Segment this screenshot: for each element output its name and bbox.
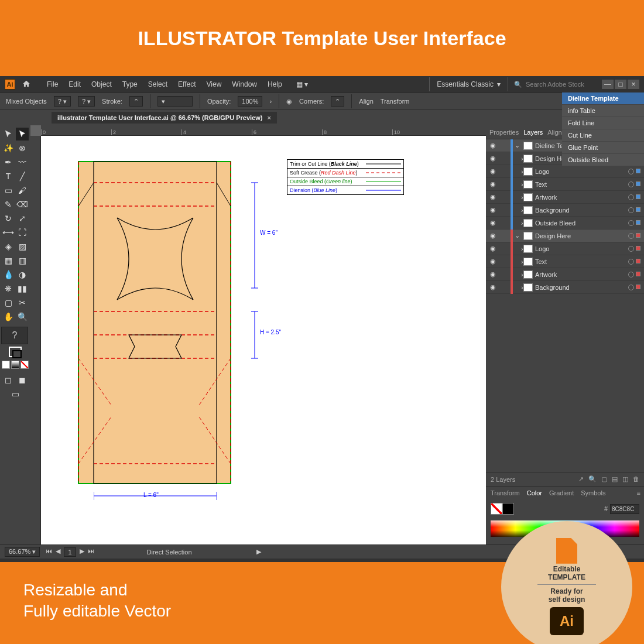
artboard[interactable]: W = 6" H = 2.5" L = 6" Trim or Cut Line … [41,136,486,544]
mesh-tool[interactable]: ▦ [2,254,15,267]
dd-dieline[interactable]: Dieline Template [562,93,644,105]
layer-row[interactable]: ◉›Artwork [486,268,644,281]
home-icon[interactable] [22,80,30,90]
select-indicator[interactable] [636,259,640,263]
lasso-tool[interactable]: ⊗ [16,142,29,155]
recolor-icon[interactable]: ◉ [286,98,292,105]
tab-transform[interactable]: Transform [491,489,520,496]
target-icon[interactable] [628,220,634,226]
layer-row[interactable]: ◉›Outside Bleed [486,217,644,229]
magic-wand-tool[interactable]: ✨ [2,142,15,155]
zoom-level[interactable]: 66.67% ▾ [5,547,40,557]
dd-info[interactable]: info Table [562,105,644,117]
target-icon[interactable] [628,181,634,187]
visibility-toggle[interactable]: ◉ [486,283,500,291]
expand-icon[interactable]: ⌄ [513,232,521,239]
visibility-toggle[interactable]: ◉ [486,155,500,162]
clip-mask-icon[interactable]: ▢ [601,475,607,483]
layer-row[interactable]: ◉›Background [486,281,644,294]
visibility-toggle[interactable]: ◉ [486,258,500,265]
visibility-toggle[interactable]: ◉ [486,142,500,149]
shape-builder-tool[interactable]: ◈ [2,240,15,253]
line-tool[interactable]: ╱ [16,170,29,183]
tab-properties[interactable]: Properties [489,129,519,136]
layer-row[interactable]: ◉›Logo [486,165,644,178]
first-artboard-icon[interactable]: ⏮ [46,547,52,557]
new-layer-icon[interactable]: ◫ [622,475,628,483]
opacity-input[interactable]: 100% [238,96,262,107]
tab-gradient[interactable]: Gradient [549,489,574,496]
new-sublayer-icon[interactable]: ▤ [612,475,618,483]
gradient-tool[interactable]: ▥ [16,254,29,267]
arrange-icon[interactable]: ▦ ▾ [296,80,308,88]
visibility-toggle[interactable]: ◉ [486,232,500,239]
menu-edit[interactable]: Edit [68,80,81,88]
target-icon[interactable] [628,285,634,290]
visibility-toggle[interactable]: ◉ [486,167,500,175]
select-indicator[interactable] [636,285,640,289]
artboard-number[interactable]: 1 [64,547,76,557]
tab-symbols[interactable]: Symbols [581,489,605,496]
maximize-button[interactable]: □ [615,80,626,89]
eraser-tool[interactable]: ⌫ [16,198,29,211]
prev-artboard-icon[interactable]: ◀ [56,547,60,557]
expand-icon[interactable]: › [513,207,521,214]
corners-input[interactable]: ⌃ [331,96,344,107]
expand-icon[interactable]: › [513,284,521,291]
delete-layer-icon[interactable]: 🗑 [633,475,639,483]
selection-tool[interactable] [2,128,15,141]
rectangle-tool[interactable]: ▭ [2,184,15,197]
visibility-toggle[interactable]: ◉ [486,180,500,188]
expand-icon[interactable]: › [513,271,521,278]
visibility-toggle[interactable]: ◉ [486,206,500,214]
curvature-tool[interactable]: 〰 [16,156,29,169]
select-indicator[interactable] [636,233,640,238]
tab-color[interactable]: Color [527,489,542,496]
layer-row[interactable]: ◉›Background [486,204,644,217]
rotate-tool[interactable]: ↻ [2,212,15,225]
stroke-dropdown[interactable]: ? ▾ [78,96,95,107]
dd-glue[interactable]: Glue Point [562,142,644,154]
perspective-tool[interactable]: ▨ [16,240,29,253]
slice-tool[interactable]: ✂ [16,296,29,309]
tab-align[interactable]: Align [547,129,561,136]
layers-dropdown-menu[interactable]: Dieline Template info Table Fold Line Cu… [562,93,644,166]
column-graph-tool[interactable]: ▮▮ [16,282,29,295]
target-icon[interactable] [628,207,634,213]
scale-tool[interactable]: ⤢ [16,212,29,225]
menu-help[interactable]: Help [268,80,282,88]
symbol-sprayer-tool[interactable]: ❋ [2,282,15,295]
menu-object[interactable]: Object [91,80,112,88]
menu-type[interactable]: Type [122,80,138,88]
target-icon[interactable] [628,259,634,265]
select-indicator[interactable] [636,169,640,173]
color-fill-swatch[interactable] [2,361,10,369]
hex-input[interactable] [610,504,639,514]
visibility-toggle[interactable]: ◉ [486,245,500,252]
fill-stroke-swap[interactable]: ? [1,327,28,344]
expand-icon[interactable]: ⌄ [513,142,521,149]
type-tool[interactable]: T [2,170,15,183]
locate-icon[interactable]: ↗ [578,475,584,483]
layer-row[interactable]: ◉›Text [486,255,644,268]
layer-row[interactable]: ◉⌄Design Here [486,229,644,242]
dd-cut[interactable]: Cut Line [562,129,644,142]
menu-effect[interactable]: Effect [178,80,196,88]
none-swatch[interactable] [20,361,29,369]
fill-swatch[interactable] [491,503,502,515]
brush-dropdown[interactable]: ▾ [157,96,193,107]
visibility-toggle[interactable]: ◉ [486,219,500,227]
next-artboard-icon[interactable]: ▶ [80,547,84,557]
target-icon[interactable] [628,233,634,239]
zoom-tool[interactable]: 🔍 [16,310,29,323]
align-label[interactable]: Align [359,98,373,105]
select-indicator[interactable] [636,246,640,251]
paintbrush-tool[interactable]: 🖌 [16,184,29,197]
layer-row[interactable]: ◉›Logo [486,242,644,255]
pen-tool[interactable]: ✒ [2,156,15,169]
expand-icon[interactable]: › [513,258,521,265]
tab-layers[interactable]: Layers [523,129,543,136]
target-icon[interactable] [628,169,634,174]
color-menu-icon[interactable]: ≡ [637,489,644,496]
artboard-tool[interactable]: ▢ [2,296,15,309]
